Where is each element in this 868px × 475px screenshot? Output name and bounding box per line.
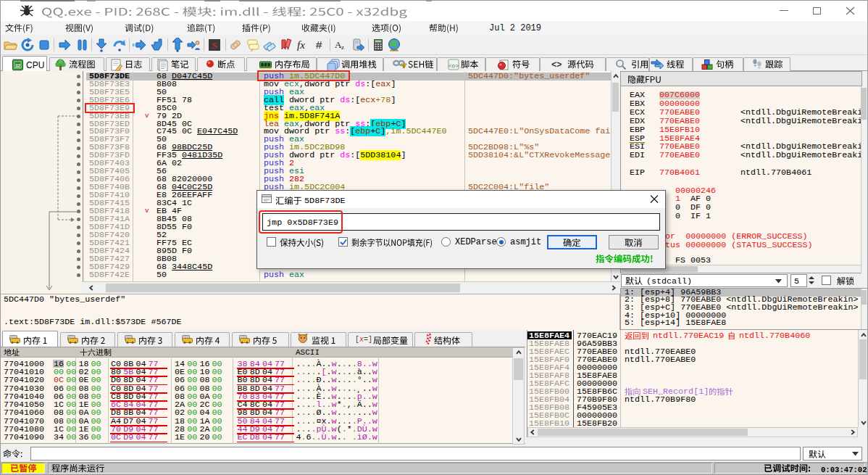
- svg-text:#: #: [316, 38, 322, 51]
- svg-text:S: S: [212, 40, 217, 51]
- svg-text:z: z: [341, 44, 344, 51]
- svg-text:fx: fx: [297, 39, 305, 51]
- svg-text:<o>: <o>: [448, 62, 459, 69]
- svg-text:<>: <>: [551, 60, 562, 70]
- svg-text:!: !: [403, 64, 404, 68]
